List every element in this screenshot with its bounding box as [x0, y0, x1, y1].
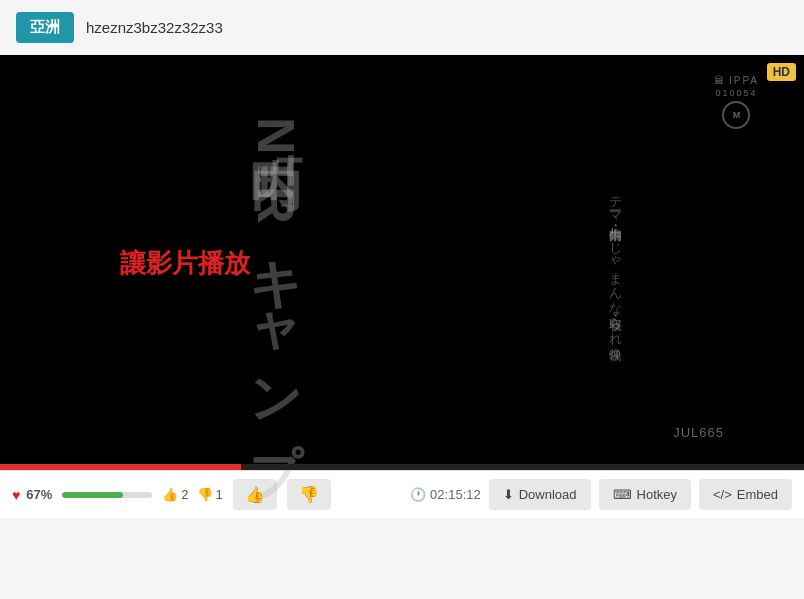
top-bar: 亞洲 hzeznz3bz32z32z33 — [0, 0, 804, 55]
vote-bar — [62, 492, 152, 498]
download-icon: ⬇ — [503, 487, 514, 502]
left-controls: ♥ 67% 👍 2 👎 1 👍 👎 — [12, 479, 331, 510]
duration-display: 🕐 02:15:12 — [410, 487, 481, 502]
dislike-button[interactable]: 👎 — [287, 479, 331, 510]
hotkey-button[interactable]: ⌨ Hotkey — [599, 479, 691, 510]
ippa-logo: 🏛 IPPA 010054 M — [714, 75, 759, 132]
jul-code: JUL665 — [673, 425, 724, 440]
vote-bar-fill — [62, 492, 122, 498]
ippa-circle: M — [722, 101, 750, 129]
play-prompt[interactable]: 讓影片播放 — [120, 245, 250, 280]
hd-badge: HD — [767, 63, 796, 81]
hotkey-icon: ⌨ — [613, 487, 632, 502]
bottom-controls: ♥ 67% 👍 2 👎 1 👍 👎 🕐 02:15:12 ⬇ Download — [0, 470, 804, 518]
progress-fill — [0, 464, 241, 470]
right-controls: 🕐 02:15:12 ⬇ Download ⌨ Hotkey </> Embed — [410, 479, 792, 510]
like-button[interactable]: 👍 — [233, 479, 277, 510]
ippa-number: 010054 — [714, 88, 759, 98]
download-label: Download — [519, 487, 577, 502]
rating-section: ♥ 67% — [12, 487, 52, 503]
vote-down: 👎 1 — [197, 487, 223, 502]
vote-up: 👍 2 — [162, 487, 188, 502]
upvote-count: 2 — [181, 487, 188, 502]
embed-icon: </> — [713, 487, 732, 502]
progress-bar-container[interactable] — [0, 464, 804, 470]
download-button[interactable]: ⬇ Download — [489, 479, 591, 510]
embed-label: Embed — [737, 487, 778, 502]
duration-value: 02:15:12 — [430, 487, 481, 502]
japanese-title: 町内NTRキャンプ — [241, 117, 311, 461]
video-title: hzeznz3bz32z32z33 — [86, 19, 223, 36]
thumbs-up-icon: 👍 — [162, 487, 178, 502]
ippa-title: 🏛 IPPA — [714, 75, 759, 86]
japanese-subtext: テーマ内・拘禁・中出しじゃまんな・寝取られ映像 — [606, 188, 624, 338]
video-overlay: 🏛 IPPA 010054 M 町内NTRキャンプ テーマ内・拘禁・中出しじゃま… — [0, 55, 804, 470]
heart-icon: ♥ — [12, 487, 20, 503]
hotkey-label: Hotkey — [637, 487, 677, 502]
clock-icon: 🕐 — [410, 487, 426, 502]
video-player[interactable]: HD 🏛 IPPA 010054 M 町内NTRキャンプ テーマ内・拘禁・中出し… — [0, 55, 804, 470]
rating-pct: 67% — [26, 487, 52, 502]
embed-button[interactable]: </> Embed — [699, 479, 792, 510]
vote-counts: 👍 2 👎 1 — [162, 487, 222, 502]
downvote-count: 1 — [216, 487, 223, 502]
tag-badge[interactable]: 亞洲 — [16, 12, 74, 43]
thumbs-down-icon: 👎 — [197, 487, 213, 502]
